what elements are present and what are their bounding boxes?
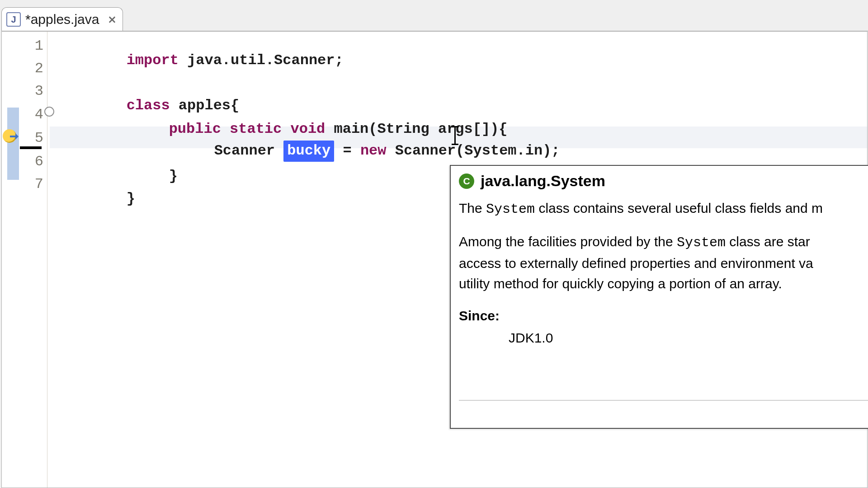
code-text: =: [334, 142, 360, 159]
gutter: 1 2 3 4 5 6 7: [2, 32, 47, 488]
line-number: 1: [30, 39, 43, 53]
quickfix-arrow-icon: [10, 132, 19, 141]
overview-ruler: [2, 32, 20, 488]
javadoc-text: class are star: [726, 234, 810, 249]
javadoc-hover[interactable]: C java.lang.System The System class cont…: [450, 165, 868, 429]
keyword-new: new: [360, 142, 387, 159]
keyword-import: import: [127, 52, 179, 69]
ide-window: J *apples.java 1 2 3 4 5 6 7: [0, 0, 868, 488]
javadoc-paragraph: Among the facilities provided by the Sys…: [459, 231, 868, 294]
javadoc-code: System: [677, 235, 726, 250]
editor-tab-apples[interactable]: J *apples.java: [1, 7, 123, 31]
java-file-icon: J: [6, 12, 21, 27]
javadoc-paragraph: The System class contains several useful…: [459, 198, 868, 220]
selection-bucky[interactable]: bucky: [283, 141, 334, 162]
line-number: 6: [30, 155, 43, 169]
editor-tab-bar: J *apples.java: [1, 7, 123, 31]
code-text: java.util.Scanner;: [179, 52, 344, 69]
class-icon: C: [459, 174, 474, 189]
code-text: Scanner(System.in);: [386, 142, 560, 159]
line-number: 2: [30, 61, 43, 76]
javadoc-header: C java.lang.System: [451, 166, 868, 198]
tab-title: *apples.java: [25, 12, 99, 27]
line-number: 5: [30, 131, 43, 145]
change-marker: [7, 108, 19, 180]
javadoc-since-value: JDK1.0: [459, 328, 868, 348]
javadoc-body: The System class contains several useful…: [451, 198, 868, 348]
javadoc-text: class contains several useful class fiel…: [535, 201, 823, 216]
javadoc-classname: java.lang.System: [481, 172, 605, 190]
javadoc-text: Among the facilities provided by the: [459, 234, 677, 249]
text-caret-icon: [454, 127, 456, 145]
code-text: }: [127, 190, 135, 207]
line-number: 4: [30, 108, 43, 122]
close-icon[interactable]: [107, 14, 117, 24]
code-line-1[interactable]: import java.util.Scanner;: [57, 39, 344, 82]
code-text: Scanner: [214, 142, 284, 159]
line-number: 7: [30, 177, 43, 192]
line-number: 3: [30, 84, 43, 99]
fold-ruler: [28, 32, 46, 488]
javadoc-text: utility method for quickly copying a por…: [459, 276, 782, 291]
javadoc-since-header: Since:: [459, 305, 868, 326]
code-text: }: [169, 168, 178, 184]
javadoc-text: The: [459, 201, 486, 216]
javadoc-text: access to externally defined properties …: [459, 256, 813, 271]
javadoc-code: System: [486, 202, 535, 217]
code-line-7[interactable]: }: [57, 177, 135, 221]
caret-marker: [20, 146, 42, 149]
javadoc-divider: [459, 400, 868, 401]
